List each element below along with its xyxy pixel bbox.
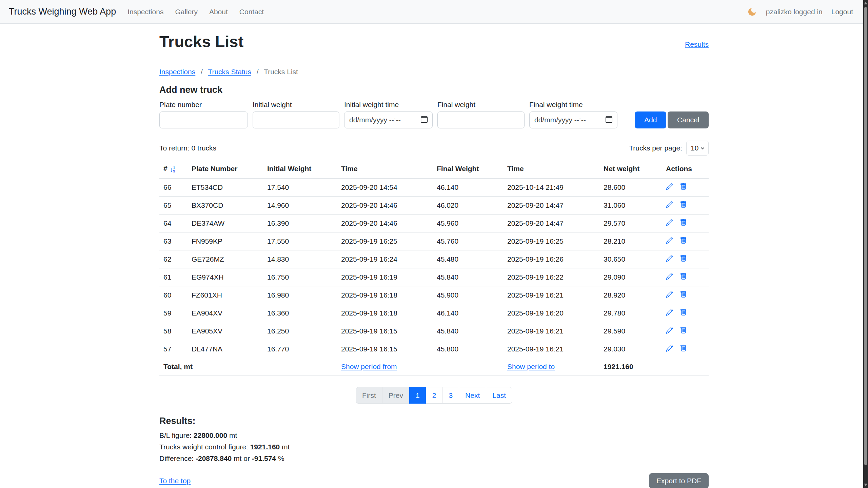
breadcrumb-trucks-status[interactable]: Trucks Status bbox=[208, 68, 251, 76]
delete-trash-icon[interactable] bbox=[680, 183, 687, 190]
table-row: 57 DL477NA 16.770 2025-09-19 16:15 45.80… bbox=[159, 340, 709, 358]
app-brand[interactable]: Trucks Weighing Web App bbox=[9, 6, 116, 17]
show-period-from-link[interactable]: Show period from bbox=[341, 363, 397, 370]
edit-pencil-icon[interactable] bbox=[666, 273, 673, 280]
table-row: 61 EG974XH 16.750 2025-09-19 16:19 45.84… bbox=[159, 268, 709, 286]
row-number-cell: 58 bbox=[159, 322, 188, 340]
calendar-icon[interactable] bbox=[421, 116, 428, 124]
edit-pencil-icon[interactable] bbox=[666, 291, 673, 298]
actions-cell bbox=[662, 340, 709, 358]
delete-trash-icon[interactable] bbox=[680, 309, 687, 316]
breadcrumb: Inspections / Trucks Status / Trucks Lis… bbox=[159, 68, 709, 76]
divider bbox=[159, 60, 709, 60]
delete-trash-icon[interactable] bbox=[680, 201, 687, 208]
final-time-cell: 2025-09-19 16:21 bbox=[503, 340, 599, 358]
plate-number-cell: GE726MZ bbox=[188, 250, 263, 268]
edit-pencil-icon[interactable] bbox=[666, 309, 673, 316]
add-button[interactable]: Add bbox=[635, 111, 666, 128]
delete-trash-icon[interactable] bbox=[680, 237, 687, 244]
moon-icon[interactable] bbox=[747, 7, 757, 17]
page-item-next[interactable]: Next bbox=[459, 387, 486, 404]
page-item-3[interactable]: 3 bbox=[442, 387, 459, 404]
initial-weight-input[interactable] bbox=[253, 111, 339, 128]
breadcrumb-current: Trucks List bbox=[264, 68, 298, 76]
edit-pencil-icon[interactable] bbox=[666, 345, 673, 352]
plate-number-cell: DE374AW bbox=[188, 215, 263, 232]
edit-pencil-icon[interactable] bbox=[666, 255, 673, 262]
initial-weight-cell: 16.360 bbox=[263, 304, 337, 322]
control-figure-value: 1921.160 bbox=[250, 443, 280, 451]
plate-number-cell: FN959KP bbox=[188, 232, 263, 250]
scrollbar-track[interactable] bbox=[863, 0, 868, 488]
sort-numeric-icon[interactable]: ↓19 bbox=[170, 166, 175, 173]
to-the-top-link[interactable]: To the top bbox=[159, 477, 191, 485]
initial-time-cell: 2025-09-20 14:54 bbox=[337, 179, 433, 197]
col-plate-number: Plate Number bbox=[188, 160, 263, 179]
logout-link[interactable]: Logout bbox=[831, 8, 853, 16]
page-item-prev[interactable]: Prev bbox=[382, 387, 410, 404]
scrollbar-up-arrow[interactable] bbox=[864, 2, 867, 4]
difference-percent-value: -91.574 bbox=[252, 454, 276, 462]
table-row: 62 GE726MZ 14.830 2025-09-19 16:24 45.48… bbox=[159, 250, 709, 268]
nav-item-gallery[interactable]: Gallery bbox=[175, 8, 198, 16]
user-status: pzalizko logged in bbox=[766, 8, 823, 16]
table-footer-row: Total, mt Show period from Show period t… bbox=[159, 358, 709, 375]
final-weight-time-label: Final weight time bbox=[529, 101, 617, 109]
calendar-icon[interactable] bbox=[606, 116, 612, 124]
row-number-cell: 64 bbox=[159, 215, 188, 232]
plate-number-input[interactable] bbox=[159, 111, 248, 128]
initial-weight-time-input[interactable]: dd/mm/yyyy --:-- bbox=[344, 111, 433, 128]
page-item-1[interactable]: 1 bbox=[409, 387, 426, 404]
plate-number-cell: FZ601XH bbox=[188, 286, 263, 304]
net-weight-cell: 30.650 bbox=[599, 250, 662, 268]
table-row: 63 FN959KP 17.550 2025-09-19 16:25 45.76… bbox=[159, 232, 709, 250]
results-section: Results: B/L figure: 22800.000 mt Trucks… bbox=[159, 416, 709, 464]
show-period-to-link[interactable]: Show period to bbox=[507, 363, 555, 370]
breadcrumb-separator: / bbox=[201, 68, 203, 76]
delete-trash-icon[interactable] bbox=[680, 219, 687, 226]
total-net-weight: 1921.160 bbox=[599, 358, 662, 375]
final-weight-time-input[interactable]: dd/mm/yyyy --:-- bbox=[529, 111, 617, 128]
actions-cell bbox=[662, 250, 709, 268]
page-item-2[interactable]: 2 bbox=[426, 387, 443, 404]
final-weight-cell: 45.840 bbox=[433, 322, 503, 340]
actions-cell bbox=[662, 268, 709, 286]
initial-weight-cell: 16.770 bbox=[263, 340, 337, 358]
col-final-weight: Final Weight bbox=[433, 160, 503, 179]
export-pdf-button[interactable]: Export to PDF bbox=[649, 473, 709, 488]
scrollbar-down-arrow[interactable] bbox=[864, 484, 867, 486]
col-net-weight: Net weight bbox=[599, 160, 662, 179]
delete-trash-icon[interactable] bbox=[680, 273, 687, 280]
edit-pencil-icon[interactable] bbox=[666, 219, 673, 226]
page-item-last[interactable]: Last bbox=[486, 387, 512, 404]
initial-time-cell: 2025-09-19 16:15 bbox=[337, 322, 433, 340]
breadcrumb-separator: / bbox=[257, 68, 259, 76]
table-row: 66 ET534CD 17.540 2025-09-20 14:54 46.14… bbox=[159, 179, 709, 197]
final-time-cell: 2025-09-19 16:22 bbox=[503, 268, 599, 286]
per-page-select[interactable]: 10 bbox=[686, 141, 709, 156]
nav-item-contact[interactable]: Contact bbox=[239, 8, 264, 16]
edit-pencil-icon[interactable] bbox=[666, 327, 673, 334]
scrollbar-thumb[interactable] bbox=[864, 7, 867, 465]
breadcrumb-inspections[interactable]: Inspections bbox=[159, 68, 195, 76]
col-actions: Actions bbox=[662, 160, 709, 179]
initial-time-cell: 2025-09-19 16:18 bbox=[337, 286, 433, 304]
cancel-button[interactable]: Cancel bbox=[668, 111, 709, 128]
results-anchor-link[interactable]: Results bbox=[685, 40, 709, 48]
delete-trash-icon[interactable] bbox=[680, 327, 687, 334]
plate-number-cell: BX370CD bbox=[188, 197, 263, 215]
final-weight-cell: 45.840 bbox=[433, 268, 503, 286]
nav-item-inspections[interactable]: Inspections bbox=[127, 8, 163, 16]
delete-trash-icon[interactable] bbox=[680, 291, 687, 298]
page-item-first[interactable]: First bbox=[356, 387, 382, 404]
edit-pencil-icon[interactable] bbox=[666, 183, 673, 190]
delete-trash-icon[interactable] bbox=[680, 255, 687, 262]
control-figure-line: Trucks weight control figure: 1921.160 m… bbox=[159, 442, 709, 452]
page-title: Trucks List bbox=[159, 32, 243, 51]
actions-cell bbox=[662, 197, 709, 215]
edit-pencil-icon[interactable] bbox=[666, 237, 673, 244]
nav-item-about[interactable]: About bbox=[209, 8, 228, 16]
final-weight-input[interactable] bbox=[437, 111, 525, 128]
edit-pencil-icon[interactable] bbox=[666, 201, 673, 208]
delete-trash-icon[interactable] bbox=[680, 345, 687, 352]
